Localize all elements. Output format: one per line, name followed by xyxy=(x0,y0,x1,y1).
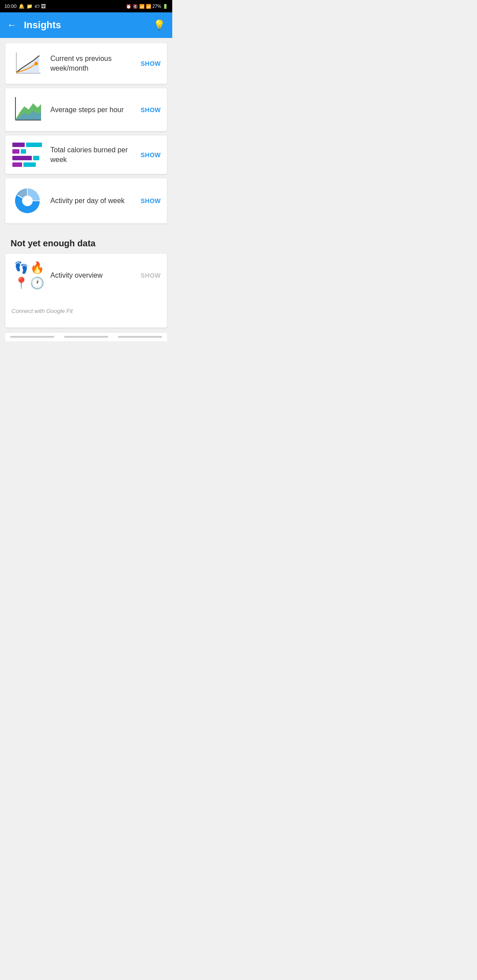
show-button-current-vs-previous[interactable]: SHOW xyxy=(140,60,161,67)
signal-icon: 📶 xyxy=(146,4,151,9)
show-button-average-steps[interactable]: SHOW xyxy=(140,106,161,113)
not-enough-data-heading: Not yet enough data xyxy=(5,228,167,254)
map-marker-icon: 📍 xyxy=(14,276,28,290)
tab-indicator-1[interactable] xyxy=(10,336,54,338)
lightbulb-icon: 💡 xyxy=(153,19,165,31)
card-label-average-steps: Average steps per hour xyxy=(50,105,133,115)
header: ← Insights 💡 xyxy=(0,12,172,38)
card-activity-overview: 👣 🔥 📍 🕐 Activity overview SHOW Connect w… xyxy=(5,254,167,328)
mute-icon: 🔇 xyxy=(132,4,138,9)
card-label-activity-overview: Activity overview xyxy=(50,271,133,280)
card-average-steps: Average steps per hour SHOW xyxy=(5,88,167,131)
folder-icon: 📁 xyxy=(26,4,33,9)
line-chart-icon xyxy=(11,50,43,77)
battery-display: 27% xyxy=(152,4,161,9)
back-button[interactable]: ← xyxy=(7,19,17,31)
page-title: Insights xyxy=(24,19,146,31)
battery-icon: 🔋 xyxy=(163,4,168,9)
status-left: 10:00 🔔 📁 🏷 🖼 xyxy=(4,4,46,9)
clock-icon: 🕐 xyxy=(30,276,44,290)
card-current-vs-previous: Current vs previous week/month SHOW xyxy=(5,43,167,84)
wifi-icon: 📶 xyxy=(139,4,144,9)
svg-point-3 xyxy=(34,62,38,65)
activity-icons-icon: 👣 🔥 📍 🕐 xyxy=(11,261,43,290)
status-bar: 10:00 🔔 📁 🏷 🖼 ⏰ 🔇 📶 📶 27% 🔋 xyxy=(0,0,172,12)
show-button-activity-overview: SHOW xyxy=(140,272,161,279)
area-chart-icon xyxy=(11,95,43,124)
card-total-calories: Total calories burned per week SHOW xyxy=(5,136,167,174)
main-content: Current vs previous week/month SHOW Aver… xyxy=(0,38,172,350)
show-button-activity-per-day[interactable]: SHOW xyxy=(140,197,161,204)
bottom-tabs xyxy=(5,332,167,341)
image-icon: 🖼 xyxy=(41,4,46,9)
pie-chart-icon xyxy=(11,185,43,216)
time-display: 10:00 xyxy=(4,4,17,9)
show-button-total-calories[interactable]: SHOW xyxy=(140,151,161,158)
notification-icon: 🔔 xyxy=(19,4,25,9)
footprints-icon: 👣 xyxy=(14,261,28,275)
connect-google-fit-text: Connect with Google Fit xyxy=(5,304,79,316)
card-label-total-calories: Total calories burned per week xyxy=(50,145,133,164)
status-right: ⏰ 🔇 📶 📶 27% 🔋 xyxy=(126,4,168,9)
card-label-activity-per-day: Activity per day of week xyxy=(50,196,133,206)
fire-icon: 🔥 xyxy=(30,261,44,275)
tab-indicator-2[interactable] xyxy=(64,336,108,338)
alarm-icon: ⏰ xyxy=(126,4,131,9)
card-label-current-vs-previous: Current vs previous week/month xyxy=(50,54,133,73)
card-activity-per-day: Activity per day of week SHOW xyxy=(5,178,167,223)
tag-icon: 🏷 xyxy=(34,4,39,9)
tab-indicator-3[interactable] xyxy=(118,336,162,338)
bar-chart-icon xyxy=(11,143,43,167)
